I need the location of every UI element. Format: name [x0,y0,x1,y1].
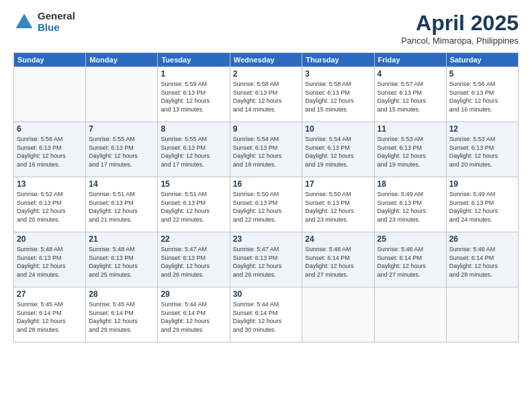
day-info: Sunrise: 5:52 AM Sunset: 6:13 PM Dayligh… [17,190,83,224]
weekday-header-row: Sunday Monday Tuesday Wednesday Thursday… [14,53,519,67]
logo: General Blue [13,11,75,33]
day-info: Sunrise: 5:48 AM Sunset: 6:13 PM Dayligh… [89,245,154,279]
day-info: Sunrise: 5:56 AM Sunset: 6:13 PM Dayligh… [17,135,83,169]
table-row: 2Sunrise: 5:58 AM Sunset: 6:13 PM Daylig… [230,67,302,122]
day-info: Sunrise: 5:45 AM Sunset: 6:14 PM Dayligh… [17,300,83,334]
day-info: Sunrise: 5:50 AM Sunset: 6:13 PM Dayligh… [305,190,371,224]
table-row: 26Sunrise: 5:46 AM Sunset: 6:14 PM Dayli… [446,232,518,287]
day-info: Sunrise: 5:49 AM Sunset: 6:13 PM Dayligh… [449,190,515,224]
table-row: 24Sunrise: 5:46 AM Sunset: 6:14 PM Dayli… [302,232,374,287]
title-block: April 2025 Pancol, Mimaropa, Philippines [401,11,519,46]
table-row: 27Sunrise: 5:45 AM Sunset: 6:14 PM Dayli… [14,287,86,342]
table-row: 13Sunrise: 5:52 AM Sunset: 6:13 PM Dayli… [14,177,86,232]
day-number: 22 [161,234,226,244]
day-info: Sunrise: 5:55 AM Sunset: 6:13 PM Dayligh… [161,135,226,169]
calendar-week-row: 1Sunrise: 5:59 AM Sunset: 6:13 PM Daylig… [14,67,519,122]
day-info: Sunrise: 5:57 AM Sunset: 6:13 PM Dayligh… [378,80,443,113]
table-row: 22Sunrise: 5:47 AM Sunset: 6:13 PM Dayli… [158,232,230,287]
day-info: Sunrise: 5:54 AM Sunset: 6:13 PM Dayligh… [305,135,371,169]
table-row: 9Sunrise: 5:54 AM Sunset: 6:13 PM Daylig… [230,122,302,177]
day-info: Sunrise: 5:47 AM Sunset: 6:13 PM Dayligh… [161,245,226,279]
day-number: 4 [378,69,443,79]
day-number: 21 [89,234,154,244]
header-thursday: Thursday [302,53,374,67]
day-info: Sunrise: 5:58 AM Sunset: 6:13 PM Dayligh… [233,80,300,113]
day-number: 16 [233,179,300,189]
day-number: 14 [89,179,154,189]
logo-general-text: General [38,11,75,22]
day-number: 10 [305,124,371,134]
table-row: 16Sunrise: 5:50 AM Sunset: 6:13 PM Dayli… [230,177,302,232]
day-info: Sunrise: 5:46 AM Sunset: 6:14 PM Dayligh… [305,245,371,279]
table-row: 30Sunrise: 5:44 AM Sunset: 6:14 PM Dayli… [230,287,302,342]
table-row [302,287,374,342]
table-row: 6Sunrise: 5:56 AM Sunset: 6:13 PM Daylig… [14,122,86,177]
table-row: 19Sunrise: 5:49 AM Sunset: 6:13 PM Dayli… [446,177,518,232]
day-info: Sunrise: 5:45 AM Sunset: 6:14 PM Dayligh… [89,300,154,334]
logo-icon [13,11,35,33]
day-number: 30 [233,289,300,299]
day-info: Sunrise: 5:47 AM Sunset: 6:13 PM Dayligh… [233,245,300,279]
table-row: 12Sunrise: 5:53 AM Sunset: 6:13 PM Dayli… [446,122,518,177]
day-number: 11 [378,124,443,134]
location: Pancol, Mimaropa, Philippines [401,36,519,46]
table-row [86,67,158,122]
day-info: Sunrise: 5:46 AM Sunset: 6:14 PM Dayligh… [378,245,443,279]
table-row: 29Sunrise: 5:44 AM Sunset: 6:14 PM Dayli… [158,287,230,342]
day-info: Sunrise: 5:56 AM Sunset: 6:13 PM Dayligh… [449,80,515,113]
day-info: Sunrise: 5:49 AM Sunset: 6:13 PM Dayligh… [378,190,443,224]
table-row: 25Sunrise: 5:46 AM Sunset: 6:14 PM Dayli… [374,232,446,287]
table-row: 21Sunrise: 5:48 AM Sunset: 6:13 PM Dayli… [86,232,158,287]
table-row: 28Sunrise: 5:45 AM Sunset: 6:14 PM Dayli… [86,287,158,342]
day-info: Sunrise: 5:44 AM Sunset: 6:14 PM Dayligh… [161,300,226,334]
day-number: 27 [17,289,83,299]
table-row: 1Sunrise: 5:59 AM Sunset: 6:13 PM Daylig… [158,67,230,122]
month-title: April 2025 [401,11,519,36]
table-row: 17Sunrise: 5:50 AM Sunset: 6:13 PM Dayli… [302,177,374,232]
day-number: 9 [233,124,300,134]
header-sunday: Sunday [14,53,86,67]
table-row [14,67,86,122]
day-number: 24 [305,234,371,244]
logo-blue-text: Blue [38,22,75,34]
day-number: 5 [449,69,515,79]
page: General Blue April 2025 Pancol, Mimaropa… [0,0,532,411]
day-info: Sunrise: 5:58 AM Sunset: 6:13 PM Dayligh… [305,80,371,113]
day-number: 15 [161,179,226,189]
day-number: 29 [161,289,226,299]
day-number: 26 [449,234,515,244]
day-info: Sunrise: 5:53 AM Sunset: 6:13 PM Dayligh… [449,135,515,169]
day-info: Sunrise: 5:59 AM Sunset: 6:13 PM Dayligh… [161,80,226,113]
table-row: 18Sunrise: 5:49 AM Sunset: 6:13 PM Dayli… [374,177,446,232]
table-row: 14Sunrise: 5:51 AM Sunset: 6:13 PM Dayli… [86,177,158,232]
day-info: Sunrise: 5:44 AM Sunset: 6:14 PM Dayligh… [233,300,300,334]
day-number: 23 [233,234,300,244]
table-row: 11Sunrise: 5:53 AM Sunset: 6:13 PM Dayli… [374,122,446,177]
day-number: 20 [17,234,83,244]
header-wednesday: Wednesday [230,53,302,67]
table-row: 20Sunrise: 5:48 AM Sunset: 6:13 PM Dayli… [14,232,86,287]
header-monday: Monday [86,53,158,67]
day-number: 3 [305,69,371,79]
day-number: 18 [378,179,443,189]
day-info: Sunrise: 5:50 AM Sunset: 6:13 PM Dayligh… [233,190,300,224]
header-tuesday: Tuesday [158,53,230,67]
calendar-week-row: 20Sunrise: 5:48 AM Sunset: 6:13 PM Dayli… [14,232,519,287]
day-info: Sunrise: 5:51 AM Sunset: 6:13 PM Dayligh… [161,190,226,224]
calendar-week-row: 27Sunrise: 5:45 AM Sunset: 6:14 PM Dayli… [14,287,519,342]
day-number: 1 [161,69,226,79]
day-info: Sunrise: 5:46 AM Sunset: 6:14 PM Dayligh… [449,245,515,279]
day-number: 2 [233,69,300,79]
day-number: 28 [89,289,154,299]
table-row [446,287,518,342]
day-info: Sunrise: 5:55 AM Sunset: 6:13 PM Dayligh… [89,135,154,169]
day-number: 13 [17,179,83,189]
header-saturday: Saturday [446,53,518,67]
calendar: Sunday Monday Tuesday Wednesday Thursday… [13,52,519,342]
logo-text: General Blue [38,11,75,33]
table-row: 23Sunrise: 5:47 AM Sunset: 6:13 PM Dayli… [230,232,302,287]
day-number: 6 [17,124,83,134]
calendar-week-row: 6Sunrise: 5:56 AM Sunset: 6:13 PM Daylig… [14,122,519,177]
day-number: 12 [449,124,515,134]
day-info: Sunrise: 5:48 AM Sunset: 6:13 PM Dayligh… [17,245,83,279]
